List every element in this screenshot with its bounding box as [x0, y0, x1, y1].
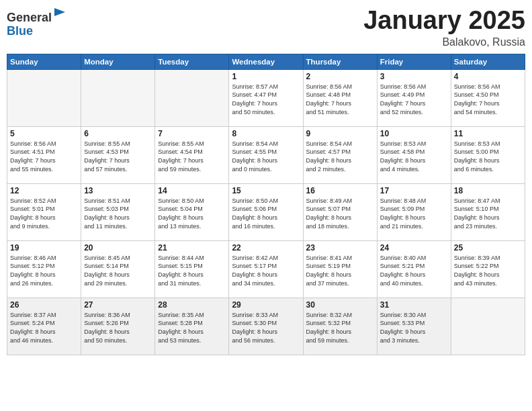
- day-number: 10: [380, 129, 448, 138]
- day-number: 20: [84, 243, 152, 253]
- day-info: Sunrise: 8:37 AMSunset: 5:24 PMDaylight:…: [10, 311, 78, 345]
- table-row: 1Sunrise: 8:57 AMSunset: 4:47 PMDaylight…: [229, 69, 303, 126]
- day-info: Sunrise: 8:57 AMSunset: 4:47 PMDaylight:…: [232, 83, 300, 116]
- calendar-week-row: 5Sunrise: 8:56 AMSunset: 4:51 PMDaylight…: [7, 126, 525, 183]
- svg-marker-0: [54, 8, 65, 16]
- day-number: 28: [158, 300, 226, 310]
- day-number: 12: [10, 186, 78, 195]
- calendar-week-row: 26Sunrise: 8:37 AMSunset: 5:24 PMDayligh…: [7, 298, 525, 355]
- day-number: 11: [454, 129, 522, 138]
- col-thursday: Thursday: [303, 54, 377, 69]
- table-row: 25Sunrise: 8:39 AMSunset: 5:22 PMDayligh…: [451, 240, 525, 298]
- table-row: 6Sunrise: 8:55 AMSunset: 4:53 PMDaylight…: [81, 126, 155, 183]
- month-title: January 2025: [363, 7, 525, 35]
- day-info: Sunrise: 8:41 AMSunset: 5:19 PMDaylight:…: [306, 254, 374, 287]
- day-number: 19: [10, 243, 78, 253]
- col-saturday: Saturday: [451, 54, 525, 69]
- day-info: Sunrise: 8:45 AMSunset: 5:14 PMDaylight:…: [84, 254, 152, 287]
- day-info: Sunrise: 8:36 AMSunset: 5:26 PMDaylight:…: [84, 311, 152, 345]
- day-info: Sunrise: 8:30 AMSunset: 5:33 PMDaylight:…: [380, 311, 448, 345]
- day-info: Sunrise: 8:50 AMSunset: 5:04 PMDaylight:…: [158, 197, 226, 230]
- day-info: Sunrise: 8:39 AMSunset: 5:22 PMDaylight:…: [454, 254, 522, 287]
- day-number: 2: [306, 72, 374, 81]
- day-info: Sunrise: 8:50 AMSunset: 5:06 PMDaylight:…: [232, 197, 300, 230]
- day-info: Sunrise: 8:55 AMSunset: 4:54 PMDaylight:…: [158, 140, 226, 173]
- table-row: 17Sunrise: 8:48 AMSunset: 5:09 PMDayligh…: [377, 183, 451, 240]
- day-info: Sunrise: 8:32 AMSunset: 5:32 PMDaylight:…: [306, 311, 374, 345]
- day-number: 26: [10, 300, 78, 310]
- table-row: [81, 69, 155, 126]
- header: General Blue January 2025 Balakovo, Russ…: [7, 7, 525, 48]
- logo-flag-icon: [53, 7, 68, 21]
- day-number: 3: [380, 72, 448, 81]
- day-number: 5: [10, 129, 78, 138]
- day-number: 14: [158, 186, 226, 195]
- day-info: Sunrise: 8:48 AMSunset: 5:09 PMDaylight:…: [380, 197, 448, 230]
- day-info: Sunrise: 8:47 AMSunset: 5:10 PMDaylight:…: [454, 197, 522, 230]
- table-row: 30Sunrise: 8:32 AMSunset: 5:32 PMDayligh…: [303, 298, 377, 355]
- col-wednesday: Wednesday: [229, 54, 303, 69]
- page: General Blue January 2025 Balakovo, Russ…: [0, 0, 532, 411]
- day-number: 15: [232, 186, 300, 195]
- day-info: Sunrise: 8:35 AMSunset: 5:28 PMDaylight:…: [158, 311, 226, 345]
- day-info: Sunrise: 8:52 AMSunset: 5:01 PMDaylight:…: [10, 197, 78, 230]
- day-info: Sunrise: 8:42 AMSunset: 5:17 PMDaylight:…: [232, 254, 300, 287]
- day-info: Sunrise: 8:54 AMSunset: 4:57 PMDaylight:…: [306, 140, 374, 173]
- table-row: 15Sunrise: 8:50 AMSunset: 5:06 PMDayligh…: [229, 183, 303, 240]
- day-number: 17: [380, 186, 448, 195]
- day-info: Sunrise: 8:46 AMSunset: 5:12 PMDaylight:…: [10, 254, 78, 287]
- calendar-header-row: Sunday Monday Tuesday Wednesday Thursday…: [7, 54, 525, 69]
- logo: General Blue: [7, 7, 68, 38]
- calendar-week-row: 19Sunrise: 8:46 AMSunset: 5:12 PMDayligh…: [7, 240, 525, 298]
- table-row: [155, 69, 229, 126]
- day-info: Sunrise: 8:56 AMSunset: 4:51 PMDaylight:…: [10, 140, 78, 173]
- logo-text: General Blue: [7, 7, 68, 38]
- day-number: 21: [158, 243, 226, 253]
- calendar-table: Sunday Monday Tuesday Wednesday Thursday…: [7, 54, 525, 355]
- table-row: 11Sunrise: 8:53 AMSunset: 5:00 PMDayligh…: [451, 126, 525, 183]
- table-row: 7Sunrise: 8:55 AMSunset: 4:54 PMDaylight…: [155, 126, 229, 183]
- day-number: 24: [380, 243, 448, 253]
- day-number: 18: [454, 186, 522, 195]
- table-row: 21Sunrise: 8:44 AMSunset: 5:15 PMDayligh…: [155, 240, 229, 298]
- col-monday: Monday: [81, 54, 155, 69]
- col-friday: Friday: [377, 54, 451, 69]
- table-row: [7, 69, 81, 126]
- day-number: 16: [306, 186, 374, 195]
- day-number: 22: [232, 243, 300, 253]
- day-info: Sunrise: 8:56 AMSunset: 4:48 PMDaylight:…: [306, 83, 374, 116]
- table-row: 28Sunrise: 8:35 AMSunset: 5:28 PMDayligh…: [155, 298, 229, 355]
- day-number: 23: [306, 243, 374, 253]
- table-row: 19Sunrise: 8:46 AMSunset: 5:12 PMDayligh…: [7, 240, 81, 298]
- day-number: 13: [84, 186, 152, 195]
- logo-blue: Blue: [7, 24, 33, 38]
- table-row: 14Sunrise: 8:50 AMSunset: 5:04 PMDayligh…: [155, 183, 229, 240]
- day-info: Sunrise: 8:53 AMSunset: 5:00 PMDaylight:…: [454, 140, 522, 173]
- table-row: 13Sunrise: 8:51 AMSunset: 5:03 PMDayligh…: [81, 183, 155, 240]
- day-number: 29: [232, 300, 300, 310]
- location-subtitle: Balakovo, Russia: [363, 36, 525, 48]
- day-number: 1: [232, 72, 300, 81]
- table-row: 18Sunrise: 8:47 AMSunset: 5:10 PMDayligh…: [451, 183, 525, 240]
- day-number: 30: [306, 300, 374, 310]
- table-row: 5Sunrise: 8:56 AMSunset: 4:51 PMDaylight…: [7, 126, 81, 183]
- table-row: 20Sunrise: 8:45 AMSunset: 5:14 PMDayligh…: [81, 240, 155, 298]
- table-row: 31Sunrise: 8:30 AMSunset: 5:33 PMDayligh…: [377, 298, 451, 355]
- logo-general: General: [7, 11, 52, 24]
- table-row: 8Sunrise: 8:54 AMSunset: 4:55 PMDaylight…: [229, 126, 303, 183]
- calendar-week-row: 1Sunrise: 8:57 AMSunset: 4:47 PMDaylight…: [7, 69, 525, 126]
- table-row: 4Sunrise: 8:56 AMSunset: 4:50 PMDaylight…: [451, 69, 525, 126]
- day-number: 9: [306, 129, 374, 138]
- col-sunday: Sunday: [7, 54, 81, 69]
- table-row: 3Sunrise: 8:56 AMSunset: 4:49 PMDaylight…: [377, 69, 451, 126]
- table-row: 26Sunrise: 8:37 AMSunset: 5:24 PMDayligh…: [7, 298, 81, 355]
- day-info: Sunrise: 8:49 AMSunset: 5:07 PMDaylight:…: [306, 197, 374, 230]
- col-tuesday: Tuesday: [155, 54, 229, 69]
- day-info: Sunrise: 8:55 AMSunset: 4:53 PMDaylight:…: [84, 140, 152, 173]
- day-info: Sunrise: 8:40 AMSunset: 5:21 PMDaylight:…: [380, 254, 448, 287]
- calendar-week-row: 12Sunrise: 8:52 AMSunset: 5:01 PMDayligh…: [7, 183, 525, 240]
- table-row: [451, 298, 525, 355]
- table-row: 2Sunrise: 8:56 AMSunset: 4:48 PMDaylight…: [303, 69, 377, 126]
- table-row: 12Sunrise: 8:52 AMSunset: 5:01 PMDayligh…: [7, 183, 81, 240]
- day-info: Sunrise: 8:33 AMSunset: 5:30 PMDaylight:…: [232, 311, 300, 345]
